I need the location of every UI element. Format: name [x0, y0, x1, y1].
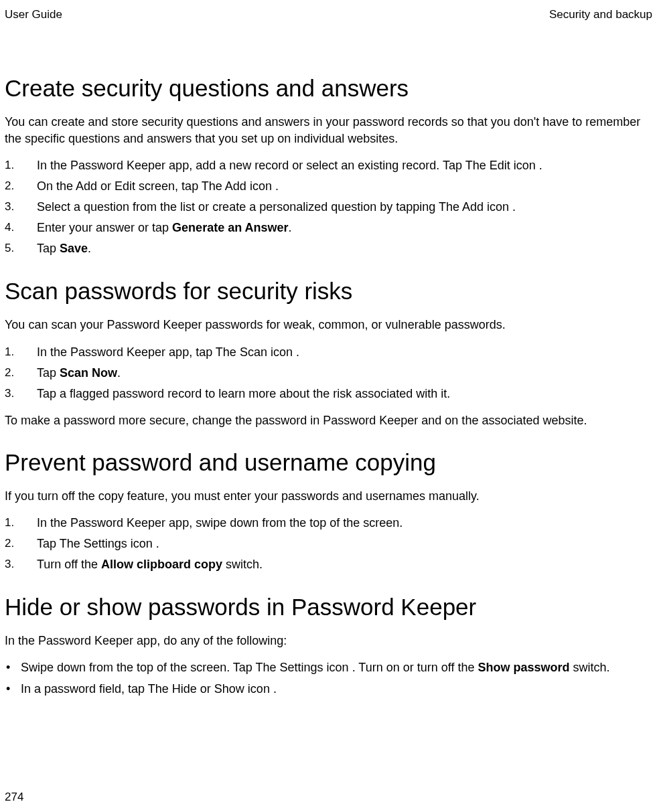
list-item: Tap Scan Now. — [5, 364, 652, 382]
step-text: Tap — [37, 242, 60, 255]
page-number: 274 — [5, 791, 23, 804]
list-item: In the Password Keeper app, tap The Scan… — [5, 343, 652, 361]
list-item: In a password field, tap The Hide or Sho… — [5, 680, 652, 699]
bullet-text: switch. — [569, 661, 609, 674]
list-item: Tap Save. — [5, 240, 652, 258]
step-text: Turn off the — [37, 558, 101, 571]
step-bold: Generate an Answer — [172, 221, 288, 234]
step-text: In the Password Keeper app, add a new re… — [37, 159, 465, 172]
step-text: Tap — [37, 537, 60, 550]
step-text: . — [509, 200, 516, 214]
edit-icon: The Edit icon — [465, 159, 536, 172]
step-text: switch. — [222, 558, 263, 571]
list-item: Turn off the Allow clipboard copy switch… — [5, 556, 652, 574]
section1-intro: You can create and store security questi… — [5, 114, 652, 147]
list-item: Select a question from the list or creat… — [5, 198, 652, 216]
scan-icon: The Scan icon — [216, 345, 293, 359]
step-text: Select a question from the list or creat… — [37, 200, 439, 214]
step-text: Tap — [37, 366, 60, 380]
section3-intro: If you turn off the copy feature, you mu… — [5, 488, 652, 505]
step-text: . — [289, 221, 292, 234]
list-item: In the Password Keeper app, swipe down f… — [5, 514, 652, 532]
bullet-text: . — [270, 682, 277, 696]
step-text: . — [153, 537, 159, 550]
settings-icon: The Settings icon — [256, 661, 349, 674]
add-icon: The Add icon — [439, 200, 509, 214]
list-item: Tap a flagged password record to learn m… — [5, 385, 652, 403]
step-text: Tap a flagged password record to learn m… — [37, 387, 450, 400]
section1-steps: In the Password Keeper app, add a new re… — [5, 157, 652, 258]
hide-or-show-icon: The Hide or Show icon — [148, 682, 270, 696]
list-item: Swipe down from the top of the screen. T… — [5, 659, 652, 677]
list-item: Enter your answer or tap Generate an Ans… — [5, 219, 652, 237]
list-item: On the Add or Edit screen, tap The Add i… — [5, 177, 652, 195]
header-right: Security and backup — [549, 8, 652, 21]
add-icon: The Add icon — [202, 179, 272, 193]
step-text: . — [88, 242, 91, 255]
page-header: User Guide Security and backup — [5, 8, 652, 21]
step-bold: Allow clipboard copy — [101, 558, 222, 571]
step-text: . — [536, 159, 542, 172]
section-heading-hide-show-passwords: Hide or show passwords in Password Keepe… — [5, 594, 652, 621]
section-heading-create-security-questions: Create security questions and answers — [5, 75, 652, 102]
bullet-text: In a password field, tap — [21, 682, 148, 696]
step-text: On the Add or Edit screen, tap — [37, 179, 202, 193]
step-bold: Save — [60, 242, 88, 255]
step-text: In the Password Keeper app, tap — [37, 345, 216, 359]
list-item: Tap The Settings icon . — [5, 535, 652, 553]
settings-icon: The Settings icon — [60, 537, 153, 550]
step-bold: Scan Now — [60, 366, 117, 380]
step-text: Enter your answer or tap — [37, 221, 172, 234]
section2-intro: You can scan your Password Keeper passwo… — [5, 317, 652, 333]
section-heading-scan-passwords: Scan passwords for security risks — [5, 278, 652, 305]
bullet-text: . Turn on or turn off the — [349, 661, 478, 674]
section4-intro: In the Password Keeper app, do any of th… — [5, 633, 652, 649]
section-heading-prevent-copying: Prevent password and username copying — [5, 449, 652, 476]
section4-bullets: Swipe down from the top of the screen. T… — [5, 659, 652, 699]
step-text: In the Password Keeper app, swipe down f… — [37, 516, 403, 530]
bullet-text: Swipe down from the top of the screen. T… — [21, 661, 256, 674]
step-text: . — [272, 179, 279, 193]
list-item: In the Password Keeper app, add a new re… — [5, 157, 652, 175]
step-text: . — [293, 345, 299, 359]
section2-after: To make a password more secure, change t… — [5, 412, 652, 429]
step-text: . — [117, 366, 121, 380]
header-left: User Guide — [5, 8, 62, 21]
section3-steps: In the Password Keeper app, swipe down f… — [5, 514, 652, 574]
bullet-bold: Show password — [478, 661, 569, 674]
section2-steps: In the Password Keeper app, tap The Scan… — [5, 343, 652, 403]
